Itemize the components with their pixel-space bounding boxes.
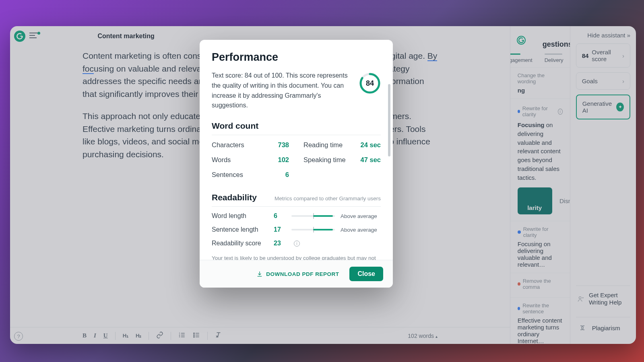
h1-button[interactable]: H₁ (123, 333, 128, 339)
close-button[interactable]: Close (349, 267, 383, 281)
plagiarism-button[interactable]: Plagiarism (576, 317, 630, 338)
download-pdf-button[interactable]: DOWNLOAD PDF REPORT (256, 271, 339, 277)
word-count-heading: Word count (212, 121, 381, 131)
info-icon[interactable]: i (558, 109, 563, 115)
suggestions-title: All suggestions (530, 32, 570, 49)
h2-button[interactable]: H₂ (136, 333, 141, 339)
performance-description: Text score: 84 out of 100. This score re… (212, 71, 350, 111)
right-sidebar: Hide assistant » 84 Overall score › Goal… (570, 26, 636, 344)
readability-sentence-length: Sentence length 17 Above average (212, 223, 381, 237)
suggestion-card-primary[interactable]: Rewrite for clarityi Focusing on deliver… (510, 99, 570, 221)
clear-format-icon[interactable] (215, 331, 222, 340)
chevron-right-icon: › (622, 52, 624, 59)
sparkle-icon: ✦ (616, 103, 624, 111)
expert-help-button[interactable]: Get Expert Writing Help (576, 286, 630, 313)
modal-footer: DOWNLOAD PDF REPORT Close (200, 260, 393, 288)
category-delivery[interactable]: Delivery (545, 53, 564, 63)
generative-ai-card[interactable]: Generative AI ✦ (576, 95, 630, 119)
suggestion-item[interactable]: Remove the comma (510, 273, 570, 297)
hide-assistant-button[interactable]: Hide assistant » (576, 32, 630, 39)
link-icon[interactable] (156, 331, 163, 340)
svg-point-15 (579, 297, 581, 299)
info-icon[interactable]: i (294, 241, 300, 247)
chevron-right-icon: › (622, 78, 624, 84)
grammarly-icon (517, 36, 526, 45)
goals-card[interactable]: Goals › (576, 72, 630, 90)
suggestion-wording[interactable]: Change the wording ng (510, 67, 570, 99)
readability-subtext: Metrics compared to other Grammarly user… (275, 195, 381, 202)
italic-button[interactable]: I (94, 332, 96, 339)
grammarly-logo-icon[interactable] (14, 31, 25, 42)
word-count-footer[interactable]: 102 words ▴ (408, 333, 437, 339)
suggestion-item[interactable]: Rewrite the sentence Effective content m… (510, 297, 570, 344)
readability-word-length: Word length 6 Above average (212, 209, 381, 223)
divider (207, 332, 208, 340)
divider (149, 332, 149, 340)
paragraph-menu-icon[interactable] (29, 32, 42, 40)
format-toolbar: B I U H₁ H₂ 123 102 words ▴ (10, 327, 510, 344)
readability-fineprint: Your text is likely to be understood by … (212, 254, 381, 260)
score-value: 84 (359, 72, 381, 94)
dismiss-button[interactable]: Dismiss (559, 197, 570, 204)
modal-title-performance: Performance (212, 51, 381, 64)
category-engagement[interactable]: Engagement (510, 53, 533, 63)
overall-score-card[interactable]: 84 Overall score › (576, 43, 630, 68)
word-count-stats: Characters738 Reading time24 sec Words10… (212, 138, 381, 182)
svg-text:3: 3 (179, 335, 180, 338)
suggestions-panel: All suggestions 6 Clarity Engagement Del… (510, 26, 570, 344)
svg-point-13 (194, 335, 194, 335)
document-title[interactable]: Content marketing (97, 33, 154, 40)
rewrite-clarity-button[interactable]: Rewrite for clarity (518, 187, 552, 214)
performance-modal: Performance Text score: 84 out of 100. T… (200, 40, 393, 288)
underline-button[interactable]: U (103, 332, 108, 339)
score-ring: 84 (359, 72, 381, 94)
modal-scrollbar[interactable] (388, 84, 390, 156)
svg-point-14 (194, 336, 194, 337)
readability-score: Readability score 23 i (212, 237, 381, 250)
divider (115, 332, 116, 340)
bold-button[interactable]: B (83, 332, 87, 339)
divider (171, 332, 171, 340)
category-tabs: Clarity Engagement Delivery (510, 53, 570, 67)
suggestion-item[interactable]: Rewrite for clarity Focusing on deliveri… (510, 221, 570, 273)
unordered-list-icon[interactable] (193, 331, 200, 340)
readability-heading: Readability (212, 193, 257, 202)
ordered-list-icon[interactable]: 123 (178, 331, 186, 340)
svg-point-12 (194, 333, 194, 333)
chevrons-right-icon: » (627, 32, 630, 39)
help-icon[interactable]: ? (14, 332, 23, 341)
